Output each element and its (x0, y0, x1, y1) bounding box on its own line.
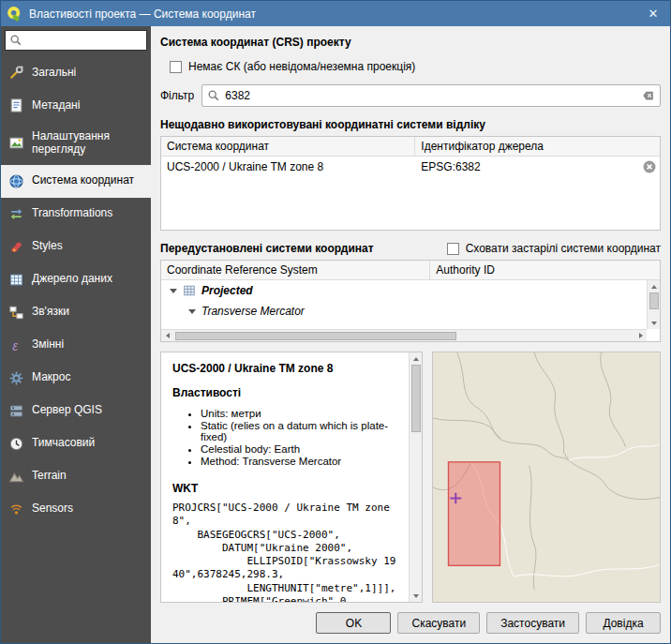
tree-item-label: Transverse Mercator (201, 305, 305, 318)
predefined-crs-table: Coordinate Reference System Authority ID… (160, 260, 661, 342)
hide-deprecated-checkbox[interactable] (447, 243, 459, 255)
sidebar: Загальні Метадані Налаштування пе (1, 26, 151, 643)
sidebar-item-data-sources[interactable]: Джерело даних (1, 263, 151, 296)
properties-list: Units: метри Static (relies on a datum w… (201, 408, 399, 467)
remove-recent-crs-icon[interactable] (642, 159, 657, 174)
wkt-title: WKT (172, 482, 399, 495)
description-vertical-scrollbar[interactable] (409, 352, 422, 602)
sidebar-item-variables[interactable]: ε Змінні (1, 329, 151, 362)
crs-description-name: UCS-2000 / Ukraine TM zone 8 (172, 362, 399, 375)
styles-icon (8, 239, 24, 255)
data-source-icon (8, 272, 24, 288)
sidebar-item-metadata[interactable]: Метадані (1, 89, 151, 122)
sidebar-item-label: Terrain (32, 470, 67, 483)
ok-button[interactable]: OK (316, 612, 391, 634)
hide-deprecated-row: Сховати застарілі системи координат (447, 242, 661, 255)
predefined-table-header: Coordinate Reference System Authority ID (161, 261, 660, 280)
expander-icon[interactable] (188, 309, 196, 314)
col-header-crs[interactable]: Система координат (161, 137, 415, 156)
sidebar-item-general[interactable]: Загальні (1, 56, 151, 89)
sidebar-item-macros[interactable]: Макрос (1, 362, 151, 395)
sidebar-item-label: Метадані (32, 99, 80, 112)
sidebar-item-sensors[interactable]: Sensors (1, 493, 151, 526)
scroll-down-icon[interactable] (648, 317, 660, 329)
relations-icon (8, 305, 24, 321)
tree-item-projected[interactable]: Projected (161, 280, 647, 301)
globe-icon (8, 173, 24, 189)
sidebar-item-terrain[interactable]: Terrain (1, 460, 151, 493)
variables-icon: ε (8, 337, 24, 353)
qgis-logo-icon (7, 6, 22, 22)
scrollbar-thumb[interactable] (175, 332, 456, 340)
wkt-text: PROJCRS["UCS-2000 / Ukraine TM zone 8", … (172, 502, 399, 603)
sidebar-item-crs[interactable]: Система координат (1, 165, 151, 198)
scroll-right-icon[interactable] (634, 330, 647, 342)
grid-icon (183, 284, 196, 297)
project-properties-dialog: Властивості проекта — Система координат … (0, 0, 671, 644)
crs-extent-map (432, 352, 661, 603)
col-header-crs-tree[interactable]: Coordinate Reference System (161, 261, 430, 279)
property-item: Units: метри (201, 408, 399, 419)
sidebar-item-label: Джерело даних (32, 273, 112, 286)
transformations-icon (8, 206, 24, 222)
no-crs-row: Немає СК (або невідома/неземна проекція) (170, 60, 661, 73)
property-item: Method: Transverse Mercator (201, 456, 399, 467)
scrollbar-thumb[interactable] (649, 292, 659, 309)
sidebar-item-view-settings[interactable]: Налаштування перегляду (1, 122, 151, 165)
scroll-left-icon[interactable] (161, 330, 173, 342)
predefined-vertical-scrollbar[interactable] (647, 280, 660, 329)
filter-row: Фільтр (160, 84, 661, 107)
clear-filter-icon[interactable] (642, 89, 655, 102)
wrench-icon (8, 65, 24, 81)
predefined-crs-title: Передустановлені системи координат (160, 242, 374, 255)
help-button[interactable]: Довідка (586, 612, 661, 634)
hide-deprecated-label: Сховати застарілі системи координат (466, 242, 661, 255)
recent-crs-title: Нещодавно використовувані координатні си… (160, 118, 661, 131)
tree-item-transverse-mercator[interactable]: Transverse Mercator (161, 301, 647, 322)
table-row[interactable]: UCS-2000 / Ukraine TM zone 8 EPSG:6382 (161, 157, 660, 177)
page-title: Система координат (CRS) проекту (160, 36, 661, 49)
search-icon (9, 34, 22, 47)
predefined-tree: Projected Transverse Mercator (161, 280, 647, 329)
scroll-down-icon[interactable] (410, 590, 422, 602)
sidebar-item-qgis-server[interactable]: Сервер QGIS (1, 395, 151, 427)
sidebar-item-transformations[interactable]: Transformations (1, 198, 151, 231)
sidebar-item-temporal[interactable]: Тимчасовий (1, 427, 151, 460)
col-header-authority-id[interactable]: Authority ID (430, 261, 660, 279)
sidebar-search-box[interactable] (5, 30, 147, 51)
property-item: Static (relies on a datum which is plate… (201, 420, 399, 442)
sidebar-item-styles[interactable]: Styles (1, 231, 151, 263)
server-icon (8, 403, 24, 419)
sidebar-item-label: Transformations (32, 207, 112, 220)
apply-button[interactable]: Застосувати (486, 612, 579, 634)
sidebar-item-label: Зв'язки (32, 306, 69, 319)
metadata-icon (8, 97, 24, 113)
property-item: Celestial body: Earth (201, 443, 399, 455)
close-button[interactable]: ✕ (636, 1, 670, 26)
scroll-up-icon[interactable] (648, 280, 660, 292)
filter-input-box[interactable] (201, 84, 661, 107)
expander-icon[interactable] (170, 289, 177, 293)
scroll-up-icon[interactable] (410, 352, 422, 365)
recent-crs-authority-cell: EPSG:6382 (415, 160, 660, 173)
cancel-button[interactable]: Скасувати (397, 612, 480, 634)
details-split: UCS-2000 / Ukraine TM zone 8 Властивості… (160, 352, 661, 603)
terrain-icon (8, 469, 24, 485)
crs-description-panel: UCS-2000 / Ukraine TM zone 8 Властивості… (160, 352, 423, 603)
filter-label: Фільтр (160, 89, 194, 102)
predefined-horizontal-scrollbar[interactable] (161, 329, 647, 341)
scrollbar-thumb[interactable] (411, 365, 421, 432)
sidebar-item-relations[interactable]: Зв'язки (1, 296, 151, 329)
recent-crs-table: Система координат Ідентифікатор джерела … (160, 136, 661, 231)
recent-table-header: Система координат Ідентифікатор джерела (161, 137, 660, 157)
svg-text:ε: ε (12, 337, 19, 352)
sidebar-search-input[interactable] (25, 34, 142, 47)
sidebar-item-label: Sensors (32, 502, 73, 516)
filter-input[interactable] (225, 89, 637, 102)
dialog-body: Загальні Метадані Налаштування пе (1, 26, 670, 643)
col-header-authority[interactable]: Ідентифікатор джерела (415, 137, 660, 156)
sidebar-item-label: Макрос (32, 371, 70, 384)
sidebar-item-label: Загальні (32, 67, 76, 80)
titlebar: Властивості проекта — Система координат … (1, 1, 670, 26)
no-crs-checkbox[interactable] (170, 61, 182, 73)
